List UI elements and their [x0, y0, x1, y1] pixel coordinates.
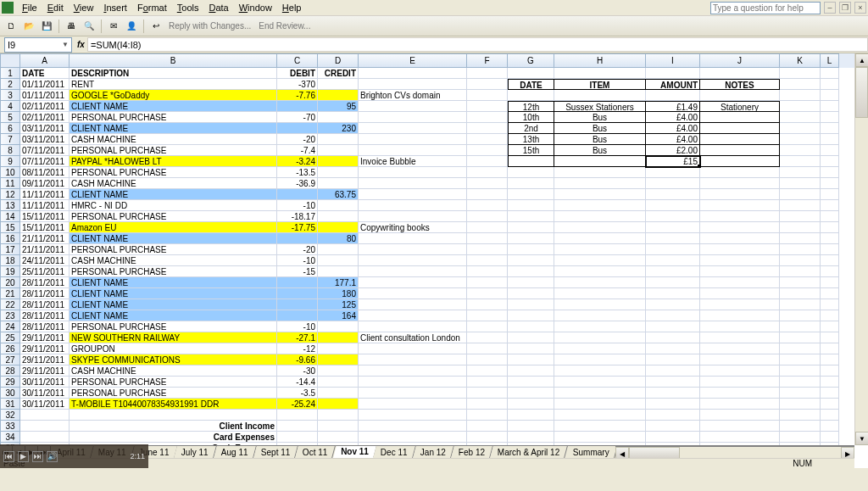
cell-H[interactable] — [554, 299, 646, 310]
cell-G[interactable] — [508, 266, 554, 277]
cell-D[interactable]: CREDIT — [318, 68, 359, 79]
cell-F[interactable] — [467, 123, 508, 134]
cell-I[interactable] — [646, 365, 700, 377]
cell-D[interactable] — [318, 266, 359, 277]
cell-F[interactable] — [467, 244, 508, 255]
cell-E[interactable] — [359, 421, 467, 432]
cell-J[interactable] — [700, 266, 780, 277]
cell-C[interactable] — [277, 189, 318, 200]
cell-B[interactable]: CLIENT NAME — [70, 299, 277, 310]
column-header-E[interactable]: E — [359, 53, 467, 68]
cell-A[interactable]: 28/11/2011 — [20, 310, 70, 321]
cell-J[interactable] — [700, 90, 780, 101]
menu-file[interactable]: File — [17, 1, 42, 14]
cell-L[interactable] — [821, 288, 839, 299]
cell-E[interactable] — [359, 167, 467, 178]
cell-E[interactable] — [359, 388, 467, 399]
column-header-D[interactable]: D — [318, 53, 359, 68]
cell-L[interactable] — [821, 101, 839, 112]
cell-K[interactable] — [780, 299, 821, 310]
cell-K[interactable] — [780, 255, 821, 266]
cell-G[interactable] — [508, 310, 554, 321]
cell-D[interactable] — [318, 255, 359, 266]
cell-B[interactable]: CLIENT NAME — [70, 288, 277, 299]
cell-A[interactable]: 30/11/2011 — [20, 388, 70, 399]
cell-K[interactable] — [780, 410, 821, 421]
cell-J[interactable] — [700, 310, 780, 321]
cell-E[interactable] — [359, 211, 467, 222]
cell-G[interactable]: DATE — [508, 79, 554, 90]
cell-I[interactable] — [646, 167, 700, 178]
cell-C[interactable]: -20 — [277, 134, 318, 145]
cell-B[interactable]: PERSONAL PURCHASE — [70, 145, 277, 156]
cell-E[interactable]: Brighton CVs domain — [359, 90, 467, 101]
cell-K[interactable] — [780, 90, 821, 101]
cell-C[interactable] — [277, 233, 318, 244]
cell-D[interactable] — [318, 432, 359, 443]
cell-H[interactable] — [554, 288, 646, 299]
cell-K[interactable] — [780, 68, 821, 79]
sheet-tab-feb-12[interactable]: Feb 12 — [451, 446, 493, 458]
cell-I[interactable] — [646, 432, 700, 443]
cell-I[interactable] — [646, 332, 700, 343]
cell-E[interactable] — [359, 266, 467, 277]
cell-E[interactable] — [359, 432, 467, 443]
sheet-tab-july-11[interactable]: July 11 — [174, 446, 216, 458]
cell-D[interactable]: 180 — [318, 288, 359, 299]
row-header-15[interactable]: 15 — [0, 222, 20, 233]
scroll-down-arrow[interactable]: ▼ — [855, 432, 868, 445]
row-header-27[interactable]: 27 — [0, 354, 20, 365]
cell-B[interactable]: PERSONAL PURCHASE — [70, 388, 277, 399]
cell-L[interactable] — [821, 79, 839, 90]
cell-D[interactable] — [318, 399, 359, 410]
cell-C[interactable]: -25.24 — [277, 399, 318, 410]
cell-J[interactable] — [700, 321, 780, 332]
cell-L[interactable] — [821, 365, 839, 377]
cell-I[interactable]: £2.00 — [646, 145, 700, 156]
cell-B[interactable]: HMRC - NI DD — [70, 200, 277, 211]
cell-K[interactable] — [780, 332, 821, 343]
cell-A[interactable]: 08/11/2011 — [20, 167, 70, 178]
cell-F[interactable] — [467, 211, 508, 222]
cell-B[interactable]: NEW SOUTHERN RAILWAY — [70, 332, 277, 343]
cell-G[interactable] — [508, 156, 554, 167]
cell-I[interactable]: AMOUNT — [646, 79, 700, 90]
cell-A[interactable]: 24/11/2011 — [20, 255, 70, 266]
row-header-7[interactable]: 7 — [0, 134, 20, 145]
cell-I[interactable] — [646, 233, 700, 244]
cell-A[interactable]: 01/11/2011 — [20, 79, 70, 90]
cell-B[interactable]: PERSONAL PURCHASE — [70, 211, 277, 222]
cell-C[interactable]: -3.5 — [277, 388, 318, 399]
cell-C[interactable] — [277, 288, 318, 299]
cell-L[interactable] — [821, 421, 839, 432]
cell-H[interactable] — [554, 167, 646, 178]
cell-H[interactable]: Bus — [554, 134, 646, 145]
cell-J[interactable] — [700, 222, 780, 233]
cell-J[interactable] — [700, 112, 780, 123]
cell-H[interactable] — [554, 377, 646, 388]
media-vol-button[interactable]: 🔊 — [47, 451, 58, 462]
cell-K[interactable] — [780, 167, 821, 178]
cell-B[interactable]: T-MOBILE T10440078354931991 DDR — [70, 399, 277, 410]
cell-G[interactable] — [508, 388, 554, 399]
menu-help[interactable]: Help — [277, 1, 307, 14]
cell-J[interactable] — [700, 178, 780, 189]
cell-I[interactable] — [646, 68, 700, 79]
cell-B[interactable]: Card Expenses — [70, 432, 277, 443]
cell-E[interactable] — [359, 200, 467, 211]
cell-E[interactable] — [359, 178, 467, 189]
cell-G[interactable]: 15th — [508, 145, 554, 156]
cell-J[interactable] — [700, 299, 780, 310]
cell-B[interactable]: CLIENT NAME — [70, 189, 277, 200]
cell-L[interactable] — [821, 266, 839, 277]
cell-I[interactable] — [646, 90, 700, 101]
cell-F[interactable] — [467, 321, 508, 332]
row-header-3[interactable]: 3 — [0, 90, 20, 101]
cell-C[interactable]: -14.4 — [277, 377, 318, 388]
cell-D[interactable] — [318, 211, 359, 222]
restore-button[interactable]: ❐ — [839, 2, 851, 14]
cell-H[interactable]: Sussex Stationers — [554, 101, 646, 112]
cell-F[interactable] — [467, 233, 508, 244]
cell-C[interactable]: -3.24 — [277, 156, 318, 167]
save-button[interactable]: 💾 — [39, 19, 54, 34]
